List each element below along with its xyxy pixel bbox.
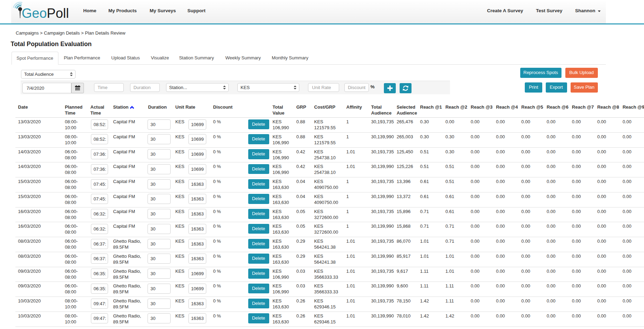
svg-text:GeoPoll: GeoPoll xyxy=(22,6,69,21)
